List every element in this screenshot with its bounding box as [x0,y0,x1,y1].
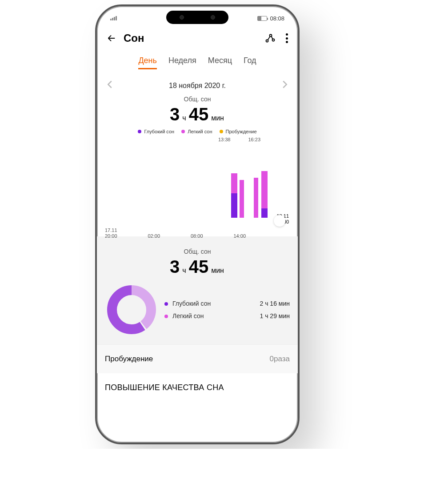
wake-value: 0раза [270,355,290,363]
tab-year[interactable]: Год [244,56,256,69]
svg-point-2 [272,39,275,41]
summary-value: 3 ч 45 мин [105,257,290,277]
sleep-bar [231,173,237,218]
sleep-timeline-chart[interactable]: 13:38 16:23 18.11 20:00 [103,137,292,239]
sleep-bar [254,178,258,218]
prev-day-icon[interactable] [107,80,113,91]
dot-icon [181,130,185,133]
tabs: День Неделя Месяц Год [97,50,298,72]
dot-icon [164,302,168,306]
donut-stats: Глубокий сон 2 ч 16 мин Легкий сон 1 ч 2… [164,297,290,322]
page-title: Сон [124,32,144,44]
scrubber-handle[interactable] [274,215,285,227]
legend-deep: Глубокий сон [138,129,174,134]
chart-end-time: 16:23 [248,137,260,142]
status-time: 08:08 [270,15,284,22]
sleep-bar [240,180,244,218]
next-day-icon[interactable] [282,80,288,91]
nav-bar: Сон [97,26,298,50]
battery-icon [257,16,267,21]
tab-month[interactable]: Месяц [208,56,232,69]
total-sleep-block: Общ. сон 3 ч 45 мин [97,96,298,124]
date-label: 18 ноября 2020 г. [169,82,226,90]
svg-point-0 [266,40,268,42]
stat-light: Легкий сон 1 ч 29 мин [164,310,290,322]
bars-zone [103,147,292,218]
wake-label: Пробуждение [105,355,153,363]
signal-icon [110,16,117,20]
more-icon[interactable] [286,33,288,43]
legend-awake: Пробуждение [220,129,257,134]
dot-icon [138,130,141,133]
tab-day[interactable]: День [138,56,157,69]
summary-panel: Общ. сон 3 ч 45 мин Глубокий сон 2 ч 16 … [97,236,298,344]
summary-label: Общ. сон [105,248,290,255]
share-icon[interactable] [264,33,275,44]
wake-row[interactable]: Пробуждение 0раза [97,344,298,373]
chart-legend: Глубокий сон Легкий сон Пробуждение [97,129,298,134]
back-icon[interactable] [107,33,116,43]
sleep-bar [261,171,268,218]
date-selector: 18 ноября 2020 г. [97,72,298,93]
tab-week[interactable]: Неделя [168,56,196,69]
dot-icon [164,315,168,318]
chart-start-time: 13:38 [218,137,231,142]
chart-x-axis: 17.1120:00 02:00 08:00 14:00 [103,228,292,239]
total-label: Общ. сон [97,96,298,103]
quality-section-heading: ПОВЫШЕНИЕ КАЧЕСТВА СНА [97,373,298,392]
device-notch [166,11,228,24]
dot-icon [220,130,223,133]
stat-deep: Глубокий сон 2 ч 16 мин [164,297,290,310]
legend-light: Легкий сон [181,129,212,134]
sleep-donut-chart [105,283,158,336]
total-value: 3 ч 45 мин [97,104,298,124]
phone-frame: 08:08 Сон День Неделя Месяц Год 18 ноябр… [95,4,300,444]
